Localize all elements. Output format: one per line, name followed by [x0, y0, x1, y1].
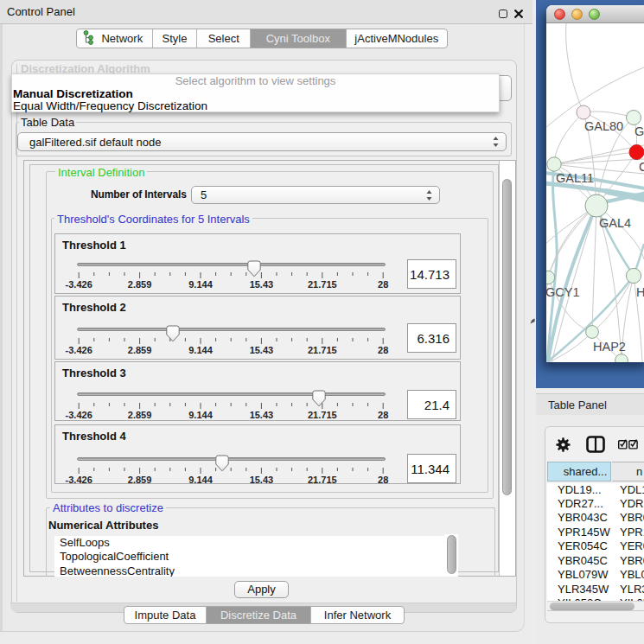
svg-text:GAL80: GAL80 [584, 119, 623, 133]
svg-text:GAL11: GAL11 [556, 171, 594, 185]
svg-text:H: H [636, 285, 644, 299]
svg-text:HAP2: HAP2 [593, 340, 626, 354]
svg-text:C: C [639, 160, 644, 174]
svg-text:GAL4: GAL4 [599, 216, 631, 230]
svg-text:GCY1: GCY1 [546, 285, 580, 299]
svg-text:GA: GA [634, 124, 644, 138]
